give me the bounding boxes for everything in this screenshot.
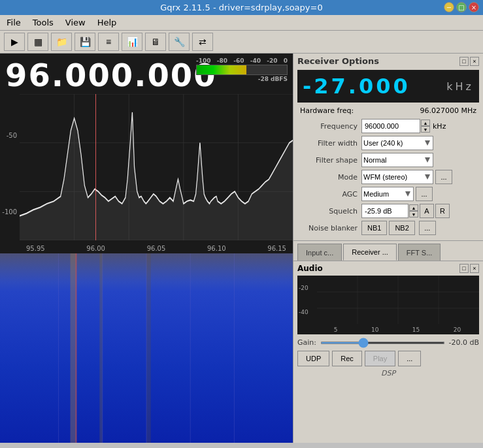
audio-x-labels: 5 10 15 20	[317, 327, 478, 333]
menu-file[interactable]: File	[3, 16, 25, 29]
big-freq-display: -27.000 kHz	[297, 70, 479, 103]
folder-button[interactable]: 📁	[51, 33, 72, 51]
mode-extra-btn[interactable]: ...	[435, 170, 452, 184]
frequency-row: Frequency ▲ ▼ kHz	[297, 119, 479, 133]
audio-svg	[317, 276, 479, 324]
x-axis-labels: 95.95 96.00 96.05 96.10 96.15	[20, 245, 293, 252]
audio-display: -20 -40 5 10 15 20	[297, 276, 479, 334]
svg-rect-12	[146, 253, 151, 443]
frequency-up[interactable]: ▲	[421, 120, 430, 126]
y-axis-labels: -50 -100	[0, 94, 20, 253]
tab-input[interactable]: Input c...	[297, 244, 342, 261]
tab-fft[interactable]: FFT S...	[398, 244, 441, 261]
play-button[interactable]: Play	[365, 351, 395, 366]
rec-button[interactable]: Rec	[332, 351, 362, 366]
nb2-button[interactable]: NB2	[389, 221, 414, 235]
agc-extra-btn[interactable]: ...	[416, 187, 433, 201]
audio-x-15: 15	[412, 327, 420, 333]
noise-blanker-label: Noise blanker	[299, 224, 358, 232]
window-controls: − □ ×	[444, 2, 479, 12]
signal-scale: -100 -80 -60 -40 -20 0	[196, 57, 288, 64]
x-label-9615: 96.15	[267, 245, 286, 252]
audio-extra-button[interactable]: ...	[398, 351, 421, 366]
audio-header: Audio □ ×	[297, 264, 479, 273]
squelch-r-button[interactable]: R	[435, 204, 450, 218]
filter-shape-row: Filter shape Normal	[297, 153, 479, 167]
squelch-spinner: ▲ ▼	[361, 204, 418, 218]
svg-rect-11	[99, 253, 102, 443]
big-freq-unit: kHz	[446, 80, 474, 93]
menu-tools[interactable]: Tools	[29, 16, 58, 29]
gain-slider[interactable]	[320, 342, 445, 344]
minimize-button[interactable]: −	[444, 2, 454, 12]
x-label-9600: 96.00	[86, 245, 105, 252]
udp-button[interactable]: UDP	[297, 351, 329, 366]
menu-view[interactable]: View	[61, 16, 90, 29]
audio-controls: □ ×	[459, 264, 479, 273]
filter-width-row: Filter width User (240 k)	[297, 136, 479, 150]
filter-width-label: Filter width	[299, 139, 358, 148]
frequency-down[interactable]: ▼	[421, 126, 430, 133]
audio-y-20: -20	[299, 285, 308, 291]
audio-close[interactable]: ×	[470, 264, 479, 273]
maximize-button[interactable]: □	[456, 2, 467, 12]
config-button[interactable]: ≡	[98, 33, 119, 51]
squelch-label: Squelch	[299, 207, 358, 216]
dsp-label: DSP	[297, 369, 479, 377]
receiver-options-pin[interactable]: □	[459, 57, 469, 66]
menu-help[interactable]: Help	[93, 16, 121, 29]
audio-section: Audio □ × -20 -40	[293, 261, 483, 443]
frequency-spinner: ▲ ▼	[361, 119, 430, 133]
audio-x-20: 20	[454, 327, 461, 333]
squelch-up[interactable]: ▲	[409, 204, 418, 211]
svg-marker-8	[20, 112, 293, 240]
agc-label: AGC	[299, 190, 358, 199]
nb1-button[interactable]: NB1	[361, 221, 387, 235]
main-frequency: 96.000.000	[5, 57, 217, 93]
big-freq-value: -27.000	[303, 74, 410, 99]
squelch-a-button[interactable]: A	[420, 204, 434, 218]
toolbar: ▶ ▦ 📁 💾 ≡ 📊 🖥 🔧 ⇄	[0, 31, 483, 54]
spectrum-svg	[20, 94, 293, 240]
gain-label: Gain:	[297, 338, 316, 347]
squelch-input[interactable]	[361, 204, 408, 218]
audio-x-5: 5	[334, 327, 338, 333]
tape-button[interactable]: ▦	[27, 33, 48, 51]
mode-row: Mode WFM (stereo) ...	[297, 170, 479, 184]
close-button[interactable]: ×	[469, 2, 479, 12]
agc-select[interactable]: Medium	[361, 187, 414, 201]
wrench-button[interactable]: 🔧	[169, 33, 190, 51]
squelch-spin-buttons: ▲ ▼	[409, 204, 418, 217]
audio-title: Audio	[297, 264, 323, 273]
waterfall-bg	[0, 253, 293, 443]
signal-bar-fill	[197, 65, 246, 74]
play-button[interactable]: ▶	[4, 33, 25, 51]
y-label-50: -50	[0, 132, 20, 139]
window-title: Gqrx 2.11.5 - driver=sdrplay,soapy=0	[160, 3, 322, 12]
filter-shape-select[interactable]: Normal	[361, 153, 433, 167]
x-label-9610: 96.10	[207, 245, 226, 252]
audio-y-40: -40	[299, 309, 308, 315]
menu-bar: File Tools View Help	[0, 15, 483, 31]
receiver-options-close[interactable]: ×	[470, 57, 479, 66]
nb-controls: NB1 NB2 ...	[361, 221, 436, 235]
signal-bar	[196, 65, 288, 75]
hw-freq-value: 96.027000 MHz	[420, 106, 476, 115]
arrow-button[interactable]: ⇄	[192, 33, 213, 51]
noise-blanker-row: Noise blanker NB1 NB2 ...	[297, 221, 479, 235]
gain-value: -20.0 dB	[449, 338, 480, 347]
nb-extra-btn[interactable]: ...	[419, 221, 436, 235]
frequency-input[interactable]	[361, 119, 420, 133]
chart-button[interactable]: 📊	[122, 33, 142, 51]
filter-width-select[interactable]: User (240 k)	[361, 136, 433, 150]
save-button[interactable]: 💾	[75, 33, 95, 51]
title-bar: Gqrx 2.11.5 - driver=sdrplay,soapy=0 − □…	[0, 0, 483, 15]
squelch-down[interactable]: ▼	[409, 211, 418, 217]
tab-receiver[interactable]: Receiver ...	[343, 244, 397, 261]
audio-pin[interactable]: □	[459, 264, 469, 273]
mode-select[interactable]: WFM (stereo)	[361, 170, 433, 184]
monitor-button[interactable]: 🖥	[145, 33, 166, 51]
waterfall-area	[0, 253, 293, 443]
receiver-options-title: Receiver Options	[297, 56, 379, 66]
waterfall-svg	[0, 253, 293, 443]
